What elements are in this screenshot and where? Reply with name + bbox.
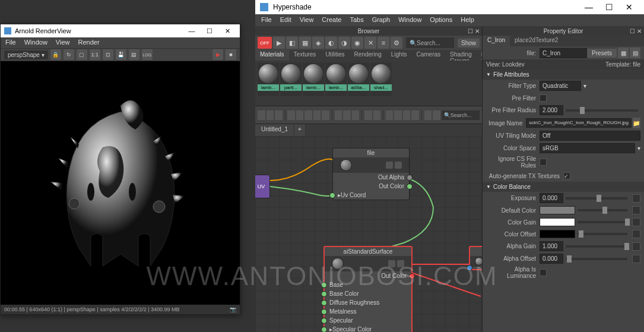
camera-dropdown[interactable]: perspShape ▾ xyxy=(4,50,48,59)
graph-tool-icon[interactable] xyxy=(258,110,265,120)
menu-graph[interactable]: Graph xyxy=(372,16,391,24)
input-icon[interactable]: ◐ xyxy=(325,37,337,49)
pre-filter-radius-input[interactable]: 2.000 xyxy=(540,105,563,115)
panel-close-icon[interactable]: ☐ ✕ xyxy=(630,28,642,34)
material-swatch[interactable]: lamb... xyxy=(258,63,279,96)
color-offset-slider[interactable] xyxy=(578,233,627,235)
alpha-gain-input[interactable]: 1.000 xyxy=(540,241,563,251)
node-s-icon[interactable] xyxy=(388,260,395,267)
file-name-input[interactable]: C_Iron xyxy=(540,48,587,58)
material-swatch[interactable]: lamb... xyxy=(325,63,347,96)
container-icon[interactable]: ▦ xyxy=(299,37,311,49)
graph-tool-icon[interactable] xyxy=(394,110,402,120)
menu-edit[interactable]: Edit xyxy=(280,16,291,24)
menu-options[interactable]: Options xyxy=(430,16,452,24)
map-button[interactable] xyxy=(632,230,640,238)
exposure-input[interactable]: 0.000 xyxy=(540,193,563,203)
material-swatch[interactable]: shad... xyxy=(370,63,392,96)
lock-icon[interactable]: 🔒 xyxy=(50,49,61,60)
aistandardsurface-node[interactable]: aiStandardSurface Out Color Base Base Co… xyxy=(323,246,413,332)
hypershade-titlebar[interactable]: Hypershade — ☐ ✕ xyxy=(255,0,644,14)
node-expand-icon[interactable] xyxy=(395,162,402,169)
map-button[interactable] xyxy=(632,255,640,263)
menu-render[interactable]: Render xyxy=(78,39,100,47)
menu-window[interactable]: Window xyxy=(24,39,47,47)
color-space-dropdown[interactable]: sRGB xyxy=(540,143,635,153)
color-gain-slider[interactable] xyxy=(578,221,627,223)
show-button[interactable]: Show xyxy=(458,39,480,48)
graph-tool-icon[interactable] xyxy=(403,110,411,120)
shading-group-node[interactable]: sha xyxy=(469,246,482,270)
minimize-button[interactable]: — xyxy=(579,2,599,12)
play-icon[interactable]: ▶ xyxy=(212,49,223,60)
render-icon[interactable]: ▶ xyxy=(273,37,285,49)
menu-create[interactable]: Create xyxy=(322,16,341,24)
tab-rendering[interactable]: Rendering xyxy=(350,50,386,61)
node-graph-canvas[interactable]: UV file Out Alpha O xyxy=(255,136,482,332)
graph-icon[interactable]: ◈ xyxy=(312,37,324,49)
pre-filter-checkbox[interactable] xyxy=(540,94,547,102)
tab-place2dtexture[interactable]: place2dTexture2 xyxy=(510,36,563,46)
maximize-button[interactable]: ☐ xyxy=(201,27,218,35)
auto-tx-checkbox[interactable] xyxy=(563,172,570,179)
refresh-icon[interactable]: ↻ xyxy=(64,49,74,60)
alpha-offset-input[interactable]: 0.000 xyxy=(540,254,563,264)
graph-tool-icon[interactable] xyxy=(335,110,342,120)
presets-button[interactable]: Presets xyxy=(587,49,617,58)
node-s-icon[interactable] xyxy=(386,162,393,169)
uv-tiling-dropdown[interactable]: Off xyxy=(540,131,640,141)
clear-icon[interactable]: ✕ xyxy=(364,37,376,49)
pin-icon[interactable]: ▤ xyxy=(630,48,640,58)
menu-file[interactable]: File xyxy=(261,16,272,24)
menu-tabs[interactable]: Tabs xyxy=(350,16,363,24)
crop-icon[interactable]: ▢ xyxy=(77,49,87,60)
ratio-label[interactable]: 1:1 xyxy=(90,49,100,60)
output-icon[interactable]: ◑ xyxy=(338,37,350,49)
alpha-luminance-checkbox[interactable] xyxy=(540,269,547,276)
panel-close-icon[interactable]: ☐ ✕ xyxy=(468,28,480,34)
tab-utilities[interactable]: Utilities xyxy=(321,50,349,61)
folder-icon[interactable]: 📁 xyxy=(633,118,640,128)
graph-tool-icon[interactable] xyxy=(373,110,381,120)
color-offset-swatch[interactable] xyxy=(540,230,575,238)
graph-tool-icon[interactable] xyxy=(267,110,274,120)
graph-tool-icon[interactable] xyxy=(411,110,419,120)
map-button[interactable] xyxy=(632,242,640,251)
menu-file[interactable]: File xyxy=(5,39,16,47)
menu-help[interactable]: Help xyxy=(461,16,474,24)
arnold-titlebar[interactable]: Arnold RenderView — ☐ ✕ xyxy=(1,24,240,37)
options-icon[interactable]: ⚙ xyxy=(391,37,402,49)
browser-search-input[interactable]: 🔍 Search... xyxy=(406,37,454,48)
default-color-swatch[interactable] xyxy=(540,206,575,214)
graph-tab[interactable]: Untitled_1 xyxy=(255,124,294,136)
save-icon[interactable]: 💾 xyxy=(116,49,126,60)
close-button[interactable]: ✕ xyxy=(619,2,639,12)
uv-node[interactable]: UV xyxy=(255,175,270,198)
minimize-button[interactable]: — xyxy=(183,27,201,34)
tab-cameras[interactable]: Cameras xyxy=(411,50,445,61)
ipr-toggle[interactable]: OFF xyxy=(258,37,272,49)
default-color-slider[interactable] xyxy=(578,209,627,211)
alpha-gain-slider[interactable] xyxy=(566,245,627,248)
pre-filter-radius-slider[interactable] xyxy=(566,109,638,112)
graph-tool-icon[interactable] xyxy=(433,110,440,120)
material-swatch[interactable]: aiSta... xyxy=(348,63,369,96)
show-hide-icon[interactable]: ▦ xyxy=(618,48,629,58)
map-button[interactable] xyxy=(632,218,640,226)
exposure-slider[interactable] xyxy=(566,197,627,200)
map-button[interactable] xyxy=(632,206,640,214)
filter-type-dropdown[interactable]: Quadratic xyxy=(540,81,581,91)
camera-status-icon[interactable]: 📷 xyxy=(230,306,236,312)
tab-materials[interactable]: Materials xyxy=(255,50,289,61)
graph-tool-icon[interactable] xyxy=(343,110,351,120)
render-viewport[interactable] xyxy=(1,61,240,305)
assign-icon[interactable]: ◧ xyxy=(286,37,298,49)
overlay-icon[interactable]: ⊡ xyxy=(103,49,113,60)
graph-tool-icon[interactable] xyxy=(296,110,304,120)
tab-lights[interactable]: Lights xyxy=(386,50,412,61)
alpha-offset-slider[interactable] xyxy=(566,258,627,260)
graph-tool-icon[interactable] xyxy=(424,110,432,120)
graph-tool-icon[interactable] xyxy=(287,110,295,120)
section-file-attributes[interactable]: ▼File Attributes xyxy=(483,69,644,80)
graph-tool-icon[interactable] xyxy=(304,110,312,120)
